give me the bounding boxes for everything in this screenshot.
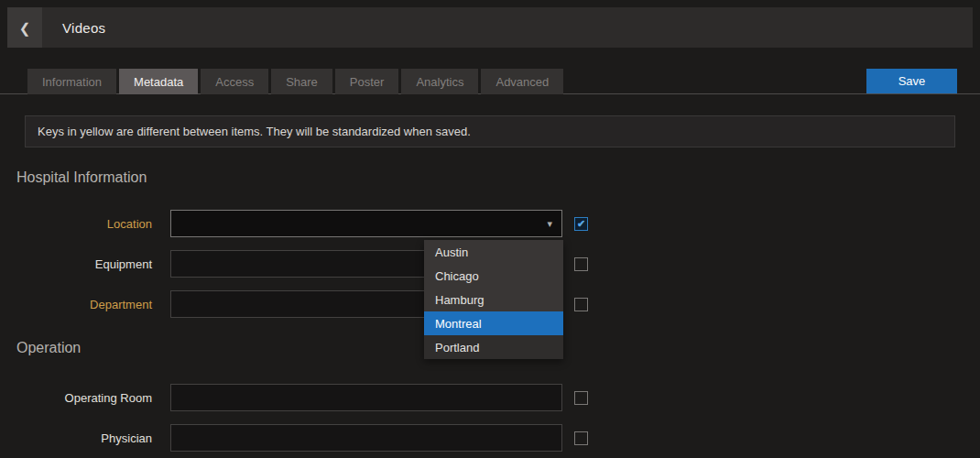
dropdown-option-hamburg[interactable]: Hamburg (424, 288, 563, 311)
save-button[interactable]: Save (866, 69, 957, 93)
physician-label: Physician (0, 431, 152, 445)
physician-checkbox[interactable] (574, 431, 588, 445)
operating-room-input[interactable] (170, 384, 562, 411)
operating-room-label: Operating Room (0, 391, 152, 405)
equipment-checkbox[interactable] (574, 257, 588, 271)
operating-room-checkbox[interactable] (574, 391, 588, 405)
field-row-operating-room: Operating Room (0, 384, 980, 411)
department-checkbox[interactable] (574, 298, 588, 311)
tab-poster[interactable]: Poster (335, 69, 399, 94)
location-select[interactable]: ▾ (170, 210, 562, 237)
chevron-down-icon: ▾ (547, 218, 552, 230)
dropdown-option-austin[interactable]: Austin (424, 240, 563, 264)
tab-bar: Information Metadata Access Share Poster… (0, 69, 980, 94)
dropdown-option-montreal[interactable]: Montreal (424, 311, 563, 335)
dropdown-option-chicago[interactable]: Chicago (424, 264, 563, 288)
location-dropdown: Austin Chicago Hamburg Montreal Portland (424, 240, 563, 359)
chevron-left-icon: ❮ (19, 21, 31, 35)
tab-advanced[interactable]: Advanced (481, 69, 563, 94)
physician-input[interactable] (170, 424, 562, 452)
tab-access[interactable]: Access (201, 69, 268, 94)
notice-text: Keys in yellow are different between ite… (38, 125, 471, 138)
header: ❮ Videos (7, 7, 973, 48)
section-title-hospital-information: Hospital Information (16, 169, 980, 186)
department-label: Department (0, 298, 152, 311)
dropdown-option-portland[interactable]: Portland (424, 335, 563, 359)
location-checkbox[interactable] (574, 217, 588, 231)
operation-fields: Operating Room Physician (0, 384, 980, 452)
tab-information[interactable]: Information (27, 69, 116, 94)
back-button[interactable]: ❮ (7, 7, 42, 48)
field-row-location: Location ▾ (0, 210, 980, 237)
tab-metadata[interactable]: Metadata (119, 69, 198, 94)
location-label: Location (0, 217, 152, 231)
metadata-editor-page: ❮ Videos Information Metadata Access Sha… (0, 0, 980, 458)
equipment-label: Equipment (0, 257, 152, 271)
tab-analytics[interactable]: Analytics (401, 69, 478, 94)
tab-share[interactable]: Share (271, 69, 332, 94)
field-row-physician: Physician (0, 424, 980, 452)
page-title: Videos (62, 20, 105, 36)
notice-banner: Keys in yellow are different between ite… (25, 115, 955, 147)
